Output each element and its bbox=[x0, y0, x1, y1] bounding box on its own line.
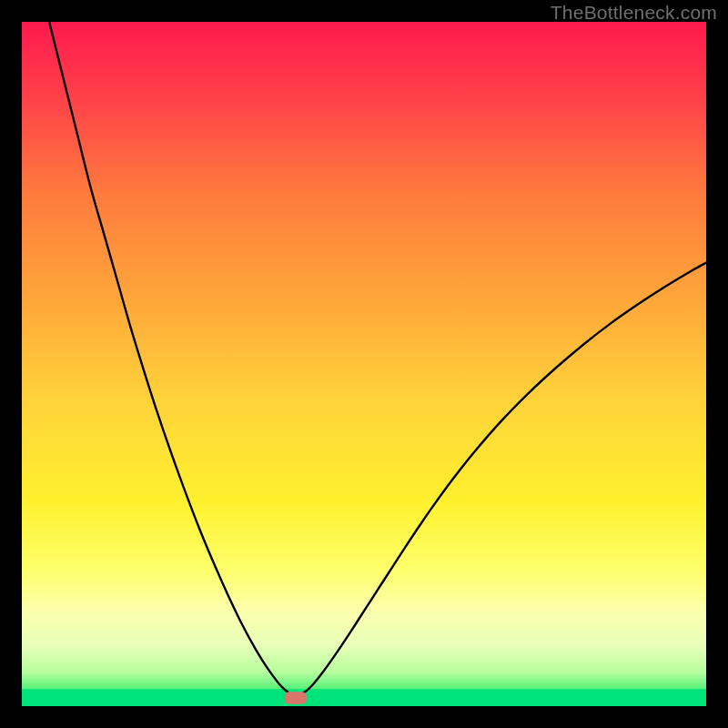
green-band bbox=[22, 689, 706, 706]
bottleneck-chart bbox=[22, 22, 706, 706]
chart-frame bbox=[22, 22, 706, 706]
watermark-text: TheBottleneck.com bbox=[551, 2, 717, 24]
minimum-marker bbox=[285, 692, 307, 704]
gradient-background bbox=[22, 22, 706, 706]
